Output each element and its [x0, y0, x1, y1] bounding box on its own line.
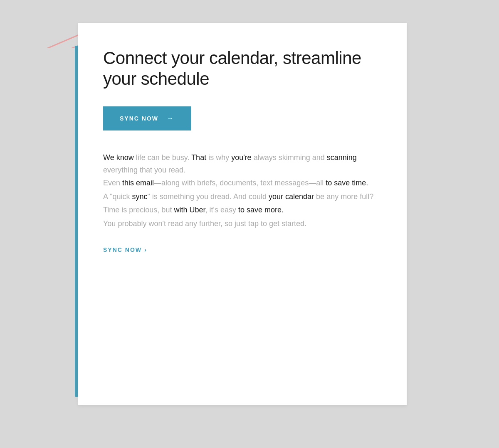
- text-sync: sync: [132, 192, 147, 201]
- text-life-busy: life can be busy.: [136, 153, 191, 162]
- sync-now-primary-label: SYNC NOW: [120, 115, 158, 122]
- text-time-precious: Time is precious, but: [103, 206, 174, 214]
- paragraph-3: Time is precious, but with Uber, it's ea…: [103, 204, 382, 217]
- text-that: That: [191, 153, 206, 162]
- paragraph-1: We know life can be busy. That is why yo…: [103, 151, 382, 190]
- text-your-calendar: your calendar: [269, 192, 314, 201]
- text-be-any-more: be any more full?: [314, 192, 373, 201]
- arrow-icon: →: [167, 115, 174, 122]
- sync-now-primary-button[interactable]: SYNC NOW →: [103, 106, 191, 130]
- sync-now-secondary-button[interactable]: SYNC NOW ›: [103, 246, 147, 253]
- text-this-email: this email: [122, 179, 154, 187]
- text-its-easy: , it's easy: [205, 206, 238, 214]
- text-we-know: We know: [103, 153, 136, 162]
- text-scanning: scanning: [327, 153, 357, 162]
- text-to-save-more: to save more.: [238, 206, 284, 214]
- chevron-right-icon: ›: [144, 246, 147, 253]
- paragraph-4: You probably won't read any further, so …: [103, 217, 382, 230]
- sync-now-secondary-container: SYNC NOW ›: [103, 230, 382, 254]
- text-along-with: —along with briefs, documents, text mess…: [154, 179, 326, 187]
- text-everything: everything that you read.: [103, 166, 185, 174]
- text-youre: you're: [231, 153, 251, 162]
- text-is-something: " is something you dread. And could: [147, 192, 269, 201]
- page-background: Connect your calendar, streamline your s…: [0, 23, 499, 448]
- text-even: Even: [103, 179, 122, 187]
- sync-now-secondary-label: SYNC NOW: [103, 246, 142, 253]
- text-to-save-time: to save time.: [326, 179, 368, 187]
- text-with-uber: with Uber: [174, 206, 205, 214]
- paragraph-2: A "quick sync" is something you dread. A…: [103, 190, 382, 203]
- body-text-block: We know life can be busy. That is why yo…: [103, 151, 382, 230]
- card-container: Connect your calendar, streamline your s…: [0, 23, 499, 405]
- text-is-why: is why: [206, 153, 231, 162]
- page-title: Connect your calendar, streamline your s…: [103, 48, 382, 90]
- text-a-quick: A "quick: [103, 192, 132, 201]
- email-card: Connect your calendar, streamline your s…: [78, 23, 407, 405]
- left-accent-bar: [75, 46, 78, 397]
- text-always-skimming: always skimming and: [252, 153, 327, 162]
